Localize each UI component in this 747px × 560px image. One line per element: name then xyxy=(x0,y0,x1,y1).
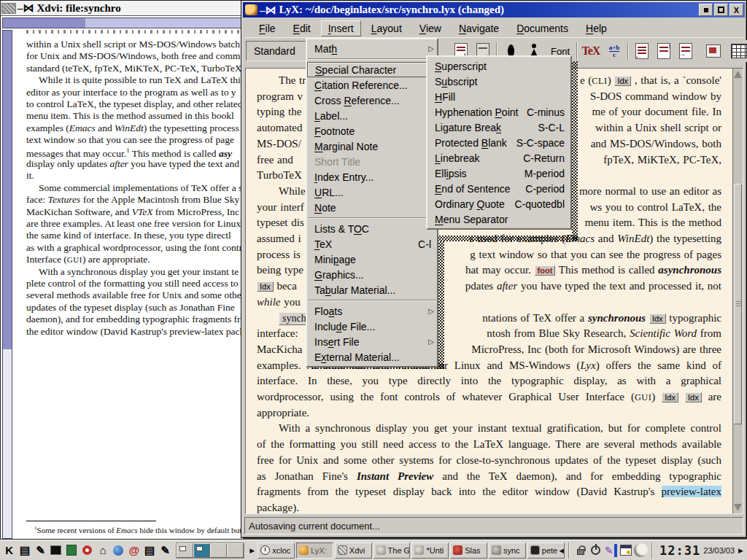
power-icon xyxy=(591,545,600,555)
menu-item-linebreak[interactable]: LinebreakC-Return xyxy=(427,150,570,166)
task-button-theg[interactable]: The G xyxy=(374,542,411,559)
terminal-icon[interactable] xyxy=(48,542,63,559)
menu-item-ellipsis[interactable]: EllipsisM-period xyxy=(427,166,570,181)
xdvi-page-view[interactable]: within a Unix shell script or MS-DOS/Win… xyxy=(14,30,243,539)
menu-item-tabular-material[interactable]: Tabular Material... xyxy=(307,282,437,298)
menu-item-citation-reference[interactable]: Citation Reference... xyxy=(307,77,437,93)
xdvi-vertical-scrollbar[interactable] xyxy=(2,30,12,539)
menu-item-subscript[interactable]: Subscript xyxy=(427,74,570,89)
menu-item-ligature-break[interactable]: Ligature BreakS-C-L xyxy=(427,120,570,135)
tex-mode-button[interactable]: TeX xyxy=(580,40,602,62)
pager-desktop-2[interactable] xyxy=(193,543,210,558)
scroll-down-arrow[interactable] xyxy=(734,504,742,512)
logout-button[interactable] xyxy=(589,542,603,559)
math-mode-button[interactable]: a+b c xyxy=(603,40,625,62)
show-desktop-icon[interactable]: ✎ xyxy=(33,542,48,559)
control-glyph xyxy=(66,545,77,556)
task-button-slas[interactable]: Slas xyxy=(450,542,487,559)
menu-item-hfill[interactable]: HFill xyxy=(427,89,570,104)
browser-icon[interactable] xyxy=(111,542,126,559)
task-button-unti[interactable]: *Unti xyxy=(411,542,449,559)
mail-icon[interactable]: @ xyxy=(126,542,142,559)
xdvi-titlebar[interactable]: –⋈ Xdvi: file:synchro xyxy=(1,1,241,16)
menu-item-special-character[interactable]: Special Character▷ xyxy=(307,62,437,77)
control-center-icon[interactable] xyxy=(64,542,80,559)
minimize-button[interactable] xyxy=(699,4,713,16)
inset-button-Idx[interactable]: Idx xyxy=(649,314,666,324)
menubar-item-documents[interactable]: Documents xyxy=(509,20,576,36)
home-icon[interactable]: ⌂ xyxy=(95,542,110,559)
task-button-xdvi[interactable]: Xdvi xyxy=(335,542,372,559)
task-label: sync xyxy=(503,546,520,555)
menu-item-floats[interactable]: Floats▷ xyxy=(307,303,437,319)
menubar-item-insert[interactable]: Insert xyxy=(321,20,361,36)
menubar-item-edit[interactable]: Edit xyxy=(286,20,318,36)
task-list-arrow-icon[interactable]: ▶ xyxy=(247,547,257,554)
files-icon[interactable]: ▤ xyxy=(142,542,158,559)
menu-item-graphics[interactable]: Graphics... xyxy=(307,267,437,282)
window-list-icon[interactable]: ▤ xyxy=(17,542,32,559)
maximize-button[interactable] xyxy=(714,4,728,16)
menu-item-footnote[interactable]: Footnote xyxy=(307,123,437,139)
task-button-pete[interactable]: pete◄ xyxy=(527,542,565,559)
menu-item-marginal-note[interactable]: Marginal Note xyxy=(307,139,437,154)
k-menu-icon[interactable]: K xyxy=(1,542,17,559)
menu-item-menu-separator[interactable]: Menu Separator xyxy=(427,211,570,227)
lock-screen-button[interactable] xyxy=(573,542,588,559)
help-icon[interactable] xyxy=(80,542,95,559)
menu-item-end-of-sentence[interactable]: End of SentenceC-period xyxy=(427,181,570,196)
menu-item-note[interactable]: Note xyxy=(307,200,437,215)
panel-hide-arrow-icon[interactable]: ▶ xyxy=(736,547,746,554)
depth-button[interactable]: → xyxy=(675,40,697,62)
menu-item-superscript[interactable]: Superscript xyxy=(427,58,570,74)
pager-desktop-3[interactable] xyxy=(210,543,227,558)
menu-item-protected-blank[interactable]: Protected BlankS-C-space xyxy=(427,135,570,150)
menu-item-hyphenation-point[interactable]: Hyphenation PointC-minus xyxy=(427,104,570,120)
scroll-up-arrow[interactable] xyxy=(734,70,742,78)
xdvi-vscroll-thumb[interactable] xyxy=(3,31,12,349)
organizer-button[interactable] xyxy=(619,542,633,559)
menu-item-lists-toc[interactable]: Lists & TOC xyxy=(307,221,437,236)
menu-item-tex[interactable]: TeXC-l xyxy=(307,236,437,252)
insert-table-button[interactable] xyxy=(728,40,747,62)
menubar-item-file[interactable]: File xyxy=(252,20,283,36)
insert-figure-button[interactable] xyxy=(703,40,724,62)
pager-desktop-4[interactable] xyxy=(227,543,244,558)
menu-item-insert-file[interactable]: Insert File▷ xyxy=(307,334,437,349)
lyx-titlebar[interactable]: –⋈ LyX: ~/doc/beginlatex/src/synchro.lyx… xyxy=(243,2,745,18)
menu-item-index-entry[interactable]: Index Entry... xyxy=(307,169,437,184)
menu-item-label[interactable]: Label... xyxy=(307,108,437,123)
task-button-xcloc[interactable]: xcloc xyxy=(258,542,295,559)
menubar-item-layout[interactable]: Layout xyxy=(364,20,409,36)
menu-item-external-material[interactable]: External Material... xyxy=(307,349,437,365)
task-button-sync[interactable]: sync xyxy=(489,542,526,559)
inset-button-Idx[interactable]: Idx xyxy=(614,76,631,86)
editor-icon[interactable]: ✎ xyxy=(158,542,173,559)
inset-button-Idx[interactable]: Idx xyxy=(685,392,702,402)
task-button-lyx[interactable]: LyX: xyxy=(296,542,333,559)
close-button[interactable]: X xyxy=(729,4,743,16)
menu-item-short-title[interactable]: Short Title xyxy=(307,154,437,169)
insert-marginnote-button[interactable]: ↑ xyxy=(653,40,675,62)
scroll-thumb[interactable] xyxy=(734,184,742,424)
document-scrollbar[interactable] xyxy=(732,68,743,514)
inset-button-Idx[interactable]: Idx xyxy=(257,281,274,292)
menu-item-minipage[interactable]: Minipage xyxy=(307,252,437,267)
insert-footnote-button[interactable]: ← xyxy=(631,40,653,62)
klipper-button[interactable]: ✎ xyxy=(603,542,618,559)
menubar-item-view[interactable]: View xyxy=(412,20,449,36)
menu-item-math[interactable]: Math▷ xyxy=(307,41,437,56)
xdvi-window: –⋈ Xdvi: file:synchro within a Unix shel… xyxy=(0,0,242,540)
menu-item-url[interactable]: URL... xyxy=(307,184,437,200)
xdvi-horizontal-scrollbar[interactable] xyxy=(2,18,241,28)
inset-button-foot[interactable]: foot xyxy=(535,265,556,276)
xdvi-hscroll-thumb[interactable] xyxy=(85,18,242,28)
menu-item-ordinary-quote[interactable]: Ordinary QuoteC-quotedbl xyxy=(427,196,570,211)
menu-item-cross-reference[interactable]: Cross Reference... xyxy=(307,93,437,108)
menubar-item-navigate[interactable]: Navigate xyxy=(452,20,506,36)
kmoon-button[interactable] xyxy=(633,542,648,559)
pager-desktop-1[interactable] xyxy=(177,543,193,558)
menu-item-include-file[interactable]: Include File... xyxy=(307,319,437,334)
menubar-item-help[interactable]: Help xyxy=(578,20,614,36)
inset-button-Idx[interactable]: Idx xyxy=(662,392,678,402)
